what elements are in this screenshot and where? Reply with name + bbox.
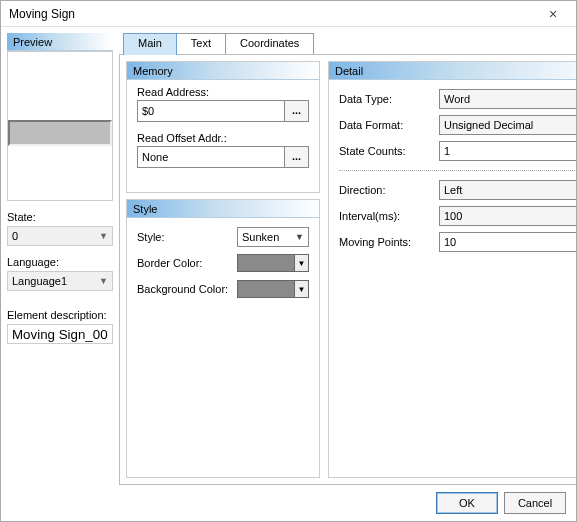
- panel-left-col: Memory Read Address: ... Read Offset Add…: [126, 61, 320, 478]
- language-select[interactable]: Language1 ▼: [7, 271, 113, 291]
- close-icon[interactable]: ×: [538, 6, 568, 22]
- interval-select[interactable]: 100 ▼: [439, 206, 576, 226]
- background-color-picker[interactable]: ▼: [237, 280, 309, 298]
- moving-points-input[interactable]: [439, 232, 576, 252]
- cancel-button[interactable]: Cancel: [504, 492, 566, 514]
- preview-element: [8, 120, 112, 146]
- preview-header: Preview: [7, 33, 113, 51]
- data-format-select[interactable]: Unsigned Decimal ▼: [439, 115, 576, 135]
- state-counts-input[interactable]: [439, 141, 576, 161]
- tab-panel-main: Memory Read Address: ... Read Offset Add…: [119, 54, 576, 485]
- detail-header: Detail: [329, 62, 576, 80]
- style-select[interactable]: Sunken ▼: [237, 227, 309, 247]
- dialog-title: Moving Sign: [9, 7, 538, 21]
- element-description-label: Element description:: [7, 309, 113, 321]
- chevron-down-icon: ▼: [295, 254, 309, 272]
- element-description-input[interactable]: [7, 324, 113, 344]
- interval-label: Interval(ms):: [339, 210, 439, 222]
- memory-group: Memory Read Address: ... Read Offset Add…: [126, 61, 320, 193]
- style-header: Style: [127, 200, 319, 218]
- moving-sign-dialog: Moving Sign × Preview State: 0 ▼ Languag…: [0, 0, 577, 522]
- language-value: Language1: [12, 275, 67, 287]
- direction-label: Direction:: [339, 184, 439, 196]
- detail-group: Detail Data Type: Word ▼ Data Format:: [328, 61, 576, 478]
- language-label: Language:: [7, 256, 113, 268]
- chevron-down-icon: ▼: [295, 280, 309, 298]
- style-label: Style:: [137, 231, 237, 243]
- data-type-select[interactable]: Word ▼: [439, 89, 576, 109]
- chevron-down-icon: ▼: [99, 231, 108, 241]
- read-offset-label: Read Offset Addr.:: [137, 132, 309, 144]
- data-type-label: Data Type:: [339, 93, 439, 105]
- titlebar: Moving Sign ×: [1, 1, 576, 27]
- read-address-label: Read Address:: [137, 86, 309, 98]
- state-counts-label: State Counts:: [339, 145, 439, 157]
- chevron-down-icon: ▼: [99, 276, 108, 286]
- separator: [339, 170, 576, 171]
- state-value: 0: [12, 230, 18, 242]
- tab-main[interactable]: Main: [123, 33, 177, 55]
- style-group: Style Style: Sunken ▼ Border Color:: [126, 199, 320, 478]
- ok-button[interactable]: OK: [436, 492, 498, 514]
- memory-header: Memory: [127, 62, 319, 80]
- data-format-label: Data Format:: [339, 119, 439, 131]
- button-bar: OK Cancel: [1, 485, 576, 521]
- read-offset-browse-button[interactable]: ...: [285, 146, 309, 168]
- background-color-label: Background Color:: [137, 283, 237, 295]
- direction-value: Left: [444, 184, 462, 196]
- direction-select[interactable]: Left ▼: [439, 180, 576, 200]
- state-counts-spinner[interactable]: ▲ ▼: [439, 141, 576, 161]
- read-address-browse-button[interactable]: ...: [285, 100, 309, 122]
- read-address-input[interactable]: [137, 100, 285, 122]
- state-select[interactable]: 0 ▼: [7, 226, 113, 246]
- chevron-down-icon: ▼: [295, 232, 304, 242]
- data-type-value: Word: [444, 93, 470, 105]
- border-color-swatch: [237, 254, 295, 272]
- tabstrip: Main Text Coordinates: [119, 33, 576, 55]
- panel-right-col: Detail Data Type: Word ▼ Data Format:: [328, 61, 576, 478]
- tab-text[interactable]: Text: [176, 33, 226, 55]
- tab-coordinates[interactable]: Coordinates: [225, 33, 314, 55]
- data-format-value: Unsigned Decimal: [444, 119, 533, 131]
- border-color-label: Border Color:: [137, 257, 237, 269]
- background-color-swatch: [237, 280, 295, 298]
- preview-area: [7, 51, 113, 201]
- dialog-content: Preview State: 0 ▼ Language: Language1 ▼…: [1, 27, 576, 485]
- moving-points-spinner[interactable]: ▲ ▼: [439, 232, 576, 252]
- right-panel: Main Text Coordinates Memory Read Addres…: [119, 33, 576, 485]
- interval-value: 100: [444, 210, 462, 222]
- left-panel: Preview State: 0 ▼ Language: Language1 ▼…: [7, 33, 113, 485]
- border-color-picker[interactable]: ▼: [237, 254, 309, 272]
- read-offset-input[interactable]: [137, 146, 285, 168]
- state-label: State:: [7, 211, 113, 223]
- moving-points-label: Moving Points:: [339, 236, 439, 248]
- style-value: Sunken: [242, 231, 279, 243]
